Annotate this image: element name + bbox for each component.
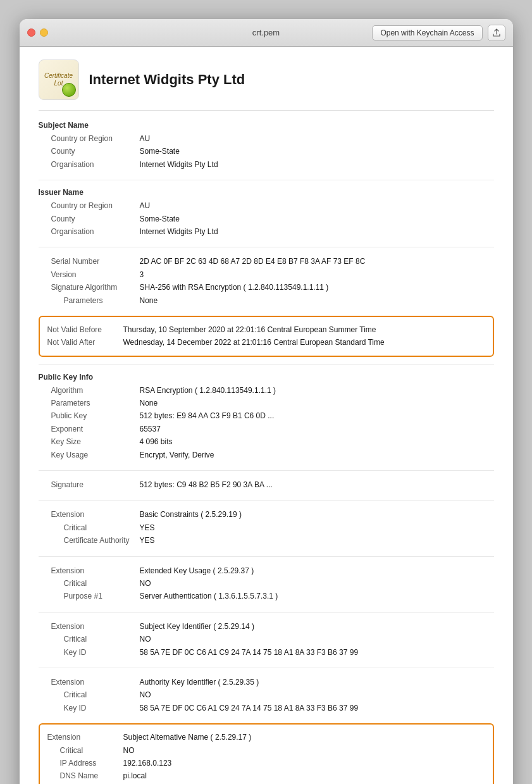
- sig-algo-row: Signature Algorithm SHA-256 with RSA Enc…: [39, 281, 494, 294]
- content: CertificateLot Internet Widgits Pty Ltd …: [20, 47, 513, 784]
- cert-badge: [62, 83, 76, 97]
- window-title: crt.pem: [252, 28, 280, 37]
- ext1-ca-value: YES: [140, 534, 155, 547]
- issuer-org-key: Organisation: [51, 225, 140, 238]
- subject-county-row: County Some-State: [39, 145, 494, 158]
- params-key: Parameters: [51, 294, 140, 307]
- params-row: Parameters None: [39, 294, 494, 307]
- ext4-critical-value: NO: [140, 688, 151, 701]
- divider-5: [39, 500, 494, 501]
- issuer-country-key: Country or Region: [51, 199, 140, 212]
- ext2-purpose-key: Purpose #1: [51, 590, 140, 602]
- params-value: None: [140, 294, 158, 307]
- ext3-critical-value: NO: [140, 633, 151, 645]
- sig-algo-value: SHA-256 with RSA Encryption ( 1.2.840.11…: [140, 281, 329, 294]
- serial-value: 2D AC 0F BF 2C 63 4D 68 A7 2D 8D E4 E8 B…: [140, 255, 366, 268]
- ext3-section: Extension Subject Key Identifier ( 2.5.2…: [39, 620, 494, 659]
- subject-name-label: Subject Name: [39, 121, 494, 130]
- pubkey-key-value: 512 bytes: E9 84 AA C3 F9 B1 C6 0D ...: [140, 409, 275, 422]
- ext2-purpose-row: Purpose #1 Server Authentication ( 1.3.6…: [39, 590, 494, 602]
- ext1-name: Basic Constraints ( 2.5.29.19 ): [140, 508, 242, 521]
- ext5-name: Subject Alternative Name ( 2.5.29.17 ): [123, 731, 252, 744]
- ext3-critical-key: Critical: [51, 633, 140, 645]
- ext1-critical-key: Critical: [51, 521, 140, 534]
- open-keychain-button[interactable]: Open with Keychain Access: [372, 25, 482, 40]
- not-after-row: Not Valid After Wednesday, 14 December 2…: [47, 336, 485, 349]
- minimize-button[interactable]: [40, 28, 48, 37]
- signature-row: Signature 512 bytes: C9 48 B2 B5 F2 90 3…: [39, 478, 494, 491]
- ext4-keyid-key: Key ID: [51, 702, 140, 714]
- pubkey-params-value: None: [140, 397, 158, 409]
- issuer-org-row: Organisation Internet Widgits Pty Ltd: [39, 225, 494, 238]
- not-before-row: Not Valid Before Thursday, 10 September …: [47, 323, 485, 336]
- titlebar: crt.pem Open with Keychain Access: [20, 19, 513, 47]
- ext3-header-row: Extension Subject Key Identifier ( 2.5.2…: [39, 620, 494, 633]
- subject-country-key: Country or Region: [51, 132, 140, 145]
- ext5-ip-row: IP Address 192.168.0.123: [47, 757, 485, 769]
- version-row: Version 3: [39, 268, 494, 281]
- issuer-county-row: County Some-State: [39, 213, 494, 225]
- subject-country-value: AU: [140, 132, 151, 145]
- not-after-key: Not Valid After: [47, 336, 123, 349]
- pubkey-algo-key: Algorithm: [51, 384, 140, 397]
- ext3-keyid-key: Key ID: [51, 646, 140, 659]
- ext5-dns1-value: pi.local: [123, 769, 147, 782]
- ext5-ip-value: 192.168.0.123: [123, 757, 172, 769]
- divider-7: [39, 612, 494, 613]
- titlebar-actions: Open with Keychain Access: [372, 25, 505, 41]
- ext1-header-row: Extension Basic Constraints ( 2.5.29.19 …: [39, 508, 494, 521]
- ext1-critical-row: Critical YES: [39, 521, 494, 534]
- pubkey-exp-row: Exponent 65537: [39, 423, 494, 435]
- pubkey-size-value: 4 096 bits: [140, 435, 173, 448]
- issuer-name-label: Issuer Name: [39, 188, 494, 197]
- pubkey-params-row: Parameters None: [39, 397, 494, 409]
- cert-header: CertificateLot Internet Widgits Pty Ltd: [39, 59, 494, 111]
- ext3-critical-row: Critical NO: [39, 633, 494, 645]
- ext5-critical-value: NO: [123, 744, 135, 757]
- divider-1: [39, 180, 494, 180]
- version-value: 3: [140, 268, 144, 281]
- serial-row: Serial Number 2D AC 0F BF 2C 63 4D 68 A7…: [39, 255, 494, 268]
- traffic-lights: [27, 28, 48, 37]
- ext4-section: Extension Authority Key Identifier ( 2.5…: [39, 676, 494, 714]
- close-button[interactable]: [27, 28, 35, 37]
- issuer-country-value: AU: [140, 199, 151, 212]
- ext4-name: Authority Key Identifier ( 2.5.29.35 ): [140, 676, 259, 688]
- pubkey-label: Public Key Info: [39, 373, 494, 382]
- divider-3: [39, 364, 494, 365]
- pubkey-params-key: Parameters: [51, 397, 140, 409]
- pubkey-usage-row: Key Usage Encrypt, Verify, Derive: [39, 449, 494, 461]
- ext3-name: Subject Key Identifier ( 2.5.29.14 ): [140, 620, 254, 633]
- ext3-keyid-row: Key ID 58 5A 7E DF 0C C6 A1 C9 24 7A 14 …: [39, 646, 494, 659]
- ext5-critical-key: Critical: [47, 744, 123, 757]
- subject-county-key: County: [51, 145, 140, 158]
- ext5-critical-row: Critical NO: [47, 744, 485, 757]
- divider-2: [39, 247, 494, 247]
- divider-8: [39, 668, 494, 668]
- share-button[interactable]: [488, 25, 505, 41]
- signature-section: Signature 512 bytes: C9 48 B2 B5 F2 90 3…: [39, 478, 494, 491]
- ext4-keyid-row: Key ID 58 5A 7E DF 0C C6 A1 C9 24 7A 14 …: [39, 702, 494, 714]
- ext1-label: Extension: [51, 508, 140, 521]
- issuer-country-row: Country or Region AU: [39, 199, 494, 212]
- pubkey-usage-key: Key Usage: [51, 449, 140, 461]
- subject-county-value: Some-State: [140, 145, 180, 158]
- issuer-county-key: County: [51, 213, 140, 225]
- issuer-county-value: Some-State: [140, 213, 180, 225]
- serial-key: Serial Number: [51, 255, 140, 268]
- issuer-name-section: Issuer Name Country or Region AU County …: [39, 188, 494, 238]
- cert-title: Internet Widgits Pty Ltd: [89, 72, 245, 88]
- divider-4: [39, 470, 494, 471]
- ext2-name: Extended Key Usage ( 2.5.29.37 ): [140, 564, 254, 577]
- ext2-label: Extension: [51, 564, 140, 577]
- pubkey-exp-key: Exponent: [51, 423, 140, 435]
- ext1-critical-value: YES: [140, 521, 155, 534]
- pubkey-algo-value: RSA Encryption ( 1.2.840.113549.1.1.1 ): [140, 384, 276, 397]
- validity-box: Not Valid Before Thursday, 10 September …: [39, 316, 494, 357]
- ext4-label: Extension: [51, 676, 140, 688]
- serial-section: Serial Number 2D AC 0F BF 2C 63 4D 68 A7…: [39, 255, 494, 307]
- sig-algo-key: Signature Algorithm: [51, 281, 140, 294]
- signature-key: Signature: [51, 478, 140, 491]
- ext2-header-row: Extension Extended Key Usage ( 2.5.29.37…: [39, 564, 494, 577]
- ext5-dns1-row: DNS Name pi.local: [47, 769, 485, 782]
